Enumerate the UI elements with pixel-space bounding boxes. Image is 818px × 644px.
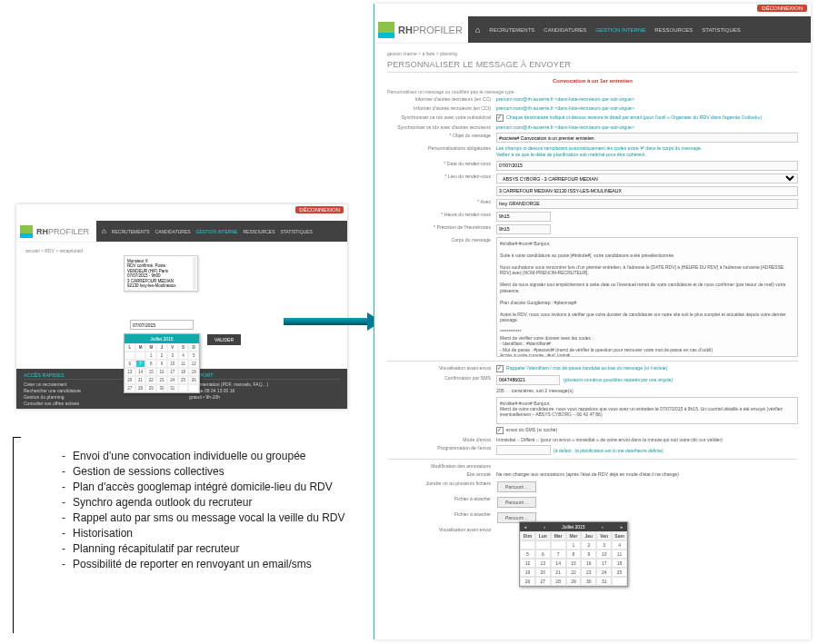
calendar-day[interactable]: 15 [145,368,156,376]
calendar-day[interactable]: 6 [125,360,135,368]
calendar-day[interactable]: 28 [135,384,146,392]
calendar-day[interactable]: 29 [145,384,156,392]
calendar-day[interactable]: 23 [156,376,167,384]
calendar-day[interactable] [551,540,566,550]
calendar-day[interactable]: 23 [581,568,596,577]
calendar-day[interactable]: 10 [167,360,178,368]
calendar-day[interactable]: 3 [596,540,612,550]
date-input[interactable] [496,161,798,171]
calendar-day[interactable] [612,577,627,586]
nav-ressources[interactable]: RESSOURCES [654,27,693,33]
calendar-day[interactable]: 31 [167,384,178,392]
nav-statistiques[interactable]: STATISTIQUES [702,27,740,33]
calendar-day[interactable]: 3 [167,352,178,360]
calendar-day[interactable]: 26 [188,376,199,384]
calendar-day[interactable] [125,352,135,360]
calendar-day[interactable]: 30 [581,577,596,586]
calendar-day[interactable]: 4 [612,540,627,550]
calendar-day[interactable]: 11 [612,550,627,559]
date-input[interactable] [130,320,194,330]
calendar-day[interactable]: 21 [135,376,146,384]
next-year-icon[interactable]: » [617,524,625,530]
footer-link[interactable]: Gestion du planning [24,394,175,401]
nav-gestion-interne[interactable]: GESTION INTERNE [595,27,645,33]
calendar-day[interactable]: 12 [188,360,199,368]
lieu-select[interactable]: ABSYS CYBORG - 3 CARREFOUR MEDIAN [496,173,798,183]
calendar-day[interactable]: 25 [612,568,627,577]
calendar-day[interactable]: 12 [520,559,535,568]
calendar-day[interactable]: 10 [596,550,612,559]
logout-button[interactable]: DÉCONNEXION [295,206,344,213]
message-body-textarea[interactable]: #civilite# #nom# Bonjour, Suite à votre … [496,237,798,357]
calendar-day[interactable]: 14 [551,559,566,568]
calendar-day[interactable]: 8 [145,360,156,368]
calendar-day[interactable]: 5 [520,550,535,559]
calendar-day[interactable]: 9 [581,550,596,559]
prog-date-input[interactable] [496,445,551,455]
calendar-day[interactable]: 19 [188,368,199,376]
calendar-day[interactable]: 13 [125,368,135,376]
calendar-day[interactable]: 18 [178,368,189,376]
visu-checkbox[interactable] [496,365,504,372]
next-month-icon[interactable]: › [599,524,606,530]
valider-button[interactable]: VALIDER [207,334,241,345]
envoi-sms-checkbox[interactable] [496,427,504,434]
calendar-day[interactable]: 19 [520,568,535,577]
calendar-day[interactable]: 6 [535,550,551,559]
sync-checkbox[interactable] [496,114,504,122]
calendar-day[interactable]: 17 [596,559,612,568]
calendar-day[interactable]: 2 [156,352,167,360]
avec-input[interactable] [496,199,798,209]
nav-recrutements[interactable]: RECRUTEMENTS [112,229,150,234]
calendar-day[interactable]: 22 [145,376,156,384]
val-cc[interactable]: prenom.nom@rh-auxerre.fr <dans-liste-rec… [496,96,798,103]
footer-link[interactable]: Consulter vos offres actives [24,401,175,407]
ann-value[interactable]: Ne rien changer aux annotations (après l… [496,471,798,478]
home-icon[interactable]: ⌂ [102,227,106,235]
val-cci[interactable]: prenom.nom@rh-auxerre.fr <dans-liste-rec… [496,105,798,112]
browse-button[interactable]: Parcourir… [497,481,536,492]
rdv-card[interactable]: Monsieur X RDV confirmé. Poste : VENDEUR… [124,255,198,292]
calendar-day[interactable]: 14 [135,368,146,376]
nav-statistiques[interactable]: STATISTIQUES [280,229,312,234]
calendar-day[interactable]: 17 [167,368,178,376]
calendar-day[interactable]: 21 [551,568,566,577]
sms-number-input[interactable] [496,375,560,385]
calendar-day[interactable] [135,352,146,360]
calendar-day[interactable]: 20 [125,376,135,384]
nav-ressources[interactable]: RESSOURCES [243,229,274,234]
nav-gestion-interne[interactable]: GESTION INTERNE [196,229,238,234]
browse-button[interactable]: Parcourir… [497,497,536,508]
prev-month-icon[interactable]: ‹ [541,524,548,530]
mini-calendar[interactable]: Juillet 2015 LMMJVSD 1234567891011121314… [124,333,200,393]
calendar-day[interactable]: 29 [566,577,582,586]
date-picker[interactable]: « ‹ Juillet 2015 › » DimLunMarMerJeuVenS… [519,521,628,587]
heure-input[interactable] [496,212,551,222]
calendar-day[interactable]: 8 [566,550,582,559]
calendar-day[interactable]: 16 [581,559,596,568]
home-icon[interactable]: ⌂ [475,25,480,35]
calendar-day[interactable] [178,384,189,392]
calendar-day[interactable]: 1 [145,352,156,360]
calendar-day[interactable]: 1 [566,540,582,550]
calendar-day[interactable]: 7 [551,550,566,559]
calendar-day[interactable]: 5 [188,352,199,360]
calendar-day[interactable] [520,540,535,550]
nav-candidatures[interactable]: CANDIDATURES [544,27,586,33]
calendar-day[interactable]: 15 [566,559,582,568]
calendar-day[interactable]: 7 [135,360,146,368]
logout-button[interactable]: DÉCONNEXION [757,5,807,12]
nav-candidatures[interactable]: CANDIDATURES [155,229,191,234]
calendar-day[interactable]: 11 [178,360,189,368]
calendar-day[interactable]: 25 [178,376,189,384]
val-sync2[interactable]: prenom.nom@rh-auxerre.fr <dans-liste-rec… [496,124,798,131]
calendar-day[interactable]: 22 [566,568,582,577]
calendar-day[interactable]: 20 [535,568,551,577]
calendar-day[interactable]: 4 [178,352,189,360]
calendar-day[interactable] [188,384,199,392]
calendar-day[interactable] [535,540,551,550]
objet-input[interactable] [496,133,798,143]
calendar-day[interactable]: 24 [596,568,612,577]
calendar-day[interactable]: 26 [520,577,535,586]
calendar-day[interactable]: 27 [125,384,135,392]
